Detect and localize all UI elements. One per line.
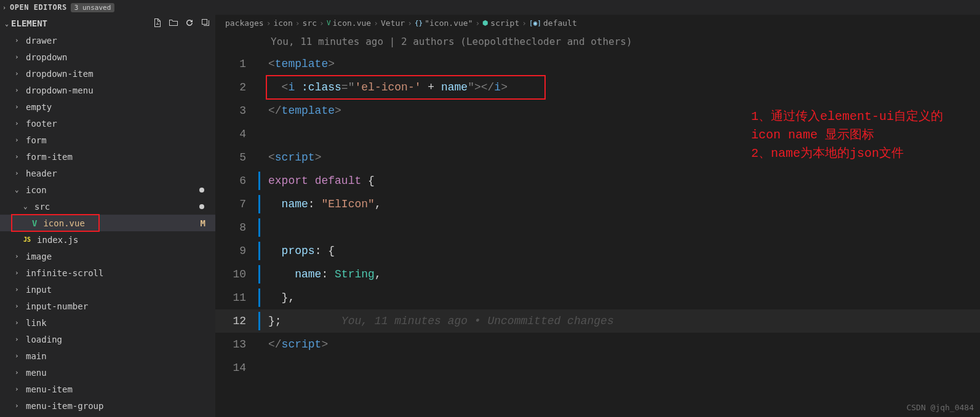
folder-item[interactable]: ›menu-item-group — [0, 397, 215, 414]
line-number: 10 — [215, 263, 258, 286]
chevron-down-icon: ⌄ — [23, 202, 31, 210]
breadcrumb-item[interactable]: V icon.vue — [327, 18, 371, 28]
breadcrumb-item[interactable]: packages — [225, 18, 264, 28]
modified-dot-icon — [199, 204, 204, 209]
folder-item[interactable]: ›input-number — [0, 298, 215, 314]
folder-item[interactable]: ›menu-item — [0, 381, 215, 397]
code-content: }; You, 11 minutes ago • Uncommitted cha… — [262, 309, 614, 333]
item-label: src — [34, 202, 50, 212]
item-label: footer — [26, 119, 57, 129]
code-line[interactable]: 11 }, — [215, 286, 980, 309]
annotation-line-2: icon name 显示图标 — [751, 126, 943, 145]
code-line[interactable]: 12}; You, 11 minutes ago • Uncommitted c… — [215, 309, 980, 333]
chevron-right-icon: › — [15, 269, 22, 277]
item-label: loading — [26, 335, 62, 344]
item-label: image — [26, 252, 52, 261]
code-content: </template> — [262, 99, 341, 122]
file-item[interactable]: JSindex.js — [0, 231, 215, 248]
folder-item[interactable]: ›drawer — [0, 32, 215, 49]
gutter-marker — [258, 216, 262, 239]
gutter-marker — [258, 99, 262, 122]
sidebar-header[interactable]: ⌄ ELEMENT — [0, 15, 215, 32]
breadcrumb[interactable]: packages›icon›src›V icon.vue›Vetur›{} "i… — [215, 15, 980, 31]
folder-item[interactable]: ›dropdown-item — [0, 65, 215, 82]
js-file-icon: JS — [23, 236, 31, 243]
breadcrumb-item[interactable]: {} "icon.vue" — [415, 18, 473, 28]
code-line[interactable]: 2 <i :class="'el-icon-' + name"></i> — [215, 76, 980, 99]
code-content: </script> — [262, 333, 328, 356]
item-label: dropdown-item — [26, 69, 94, 79]
code-line[interactable]: 8 — [215, 216, 980, 239]
folder-item[interactable]: ›link — [0, 314, 215, 331]
chevron-right-icon: › — [15, 86, 22, 94]
breadcrumb-item[interactable]: Vetur — [381, 18, 405, 28]
line-number: 2 — [215, 76, 258, 99]
chevron-right-icon: › — [2, 4, 6, 11]
code-line[interactable]: 6export default { — [215, 169, 980, 193]
chevron-right-icon: › — [15, 36, 22, 44]
folder-item[interactable]: ›image — [0, 248, 215, 264]
line-number: 6 — [215, 169, 258, 193]
folder-item[interactable]: ›header — [0, 165, 215, 181]
item-label: input-number — [26, 301, 88, 311]
folder-item[interactable]: ›infinite-scroll — [0, 264, 215, 281]
folder-item[interactable]: ›footer — [0, 115, 215, 132]
folder-item[interactable]: ›main — [0, 348, 215, 364]
code-area[interactable]: 1、通过传入element-ui自定义的 icon name 显示图标 2、na… — [215, 52, 980, 417]
folder-item[interactable]: ›menu — [0, 364, 215, 381]
folder-item[interactable]: ›empty — [0, 98, 215, 115]
breadcrumb-separator: › — [319, 18, 324, 28]
folder-item[interactable]: ⌄icon — [0, 181, 215, 198]
code-line[interactable]: 10 name: String, — [215, 263, 980, 286]
folder-item[interactable]: ›dropdown-menu — [0, 82, 215, 98]
code-content: props: { — [262, 239, 335, 263]
item-label: form-item — [26, 152, 73, 162]
breadcrumb-separator: › — [266, 18, 271, 28]
item-label: dropdown-menu — [26, 85, 94, 95]
code-line[interactable]: 1<template> — [215, 52, 980, 76]
code-content: }, — [262, 286, 295, 309]
new-file-icon[interactable] — [153, 18, 162, 30]
breadcrumb-icon: [◉] — [529, 19, 541, 27]
breadcrumb-separator: › — [373, 18, 378, 28]
breadcrumb-item[interactable]: icon — [273, 18, 292, 28]
chevron-right-icon: › — [15, 70, 22, 77]
chevron-right-icon: › — [15, 53, 22, 61]
collapse-all-icon[interactable] — [201, 18, 210, 30]
file-tree: ›drawer›dropdown›dropdown-item›dropdown-… — [0, 32, 215, 417]
chevron-right-icon: › — [15, 119, 22, 127]
code-line[interactable]: 7 name: "ElIcon", — [215, 193, 980, 216]
code-line[interactable]: 14 — [215, 356, 980, 379]
folder-item[interactable]: ⌄src — [0, 198, 215, 215]
folder-item[interactable]: ›loading — [0, 331, 215, 348]
item-label: index.js — [37, 235, 78, 245]
item-label: dropdown — [26, 52, 67, 62]
breadcrumb-item[interactable]: [◉] default — [529, 18, 577, 28]
breadcrumb-icon: {} — [415, 19, 423, 27]
file-item[interactable]: Vicon.vueM — [0, 215, 215, 231]
chevron-right-icon: › — [15, 153, 22, 161]
breadcrumb-item[interactable]: ⬢ script — [482, 18, 519, 28]
new-folder-icon[interactable] — [169, 18, 178, 30]
open-editors-bar[interactable]: › OPEN EDITORS 3 unsaved — [0, 0, 980, 15]
unsaved-badge: 3 unsaved — [71, 3, 115, 12]
line-number: 4 — [215, 122, 258, 146]
gutter-marker — [258, 286, 262, 309]
breadcrumb-separator: › — [295, 18, 300, 28]
editor-pane: packages›icon›src›V icon.vue›Vetur›{} "i… — [215, 15, 980, 417]
code-line[interactable]: 9 props: { — [215, 239, 980, 263]
chevron-right-icon: › — [15, 169, 22, 177]
folder-item[interactable]: ›input — [0, 281, 215, 298]
folder-item[interactable]: ›dropdown — [0, 49, 215, 65]
gutter-marker — [258, 333, 262, 356]
code-line[interactable]: 13</script> — [215, 333, 980, 356]
chevron-right-icon: › — [15, 368, 22, 376]
item-label: infinite-scroll — [26, 268, 103, 278]
refresh-icon[interactable] — [185, 18, 194, 30]
gutter-marker — [258, 52, 262, 76]
folder-item[interactable]: ›form — [0, 132, 215, 148]
breadcrumb-item[interactable]: src — [303, 18, 317, 28]
folder-item[interactable]: ›form-item — [0, 148, 215, 165]
modified-badge: M — [201, 218, 205, 228]
line-number: 13 — [215, 333, 258, 356]
